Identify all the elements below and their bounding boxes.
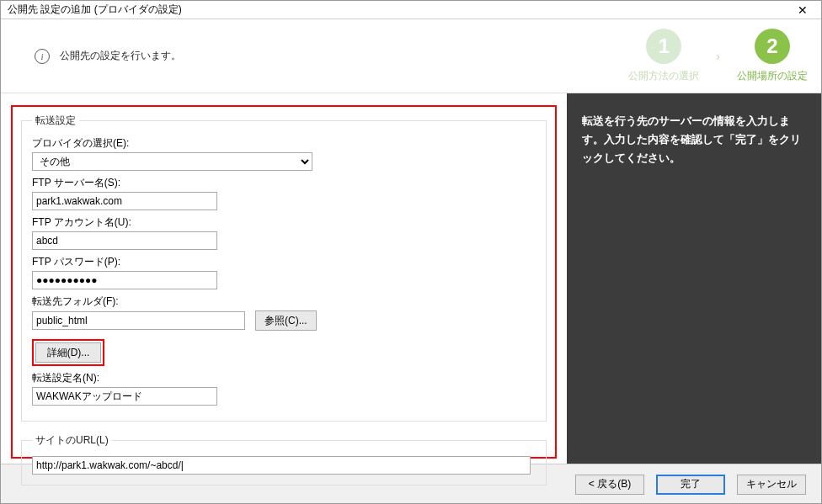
ftp-password-label: FTP パスワード(P): — [32, 255, 536, 269]
body-area: 転送設定 プロバイダの選択(E): その他 FTP サーバー名(S): FTP … — [1, 93, 821, 464]
cancel-button[interactable]: キャンセル — [737, 475, 806, 495]
help-text: 転送を行う先のサーバーの情報を入力します。入力した内容を確認して「完了」をクリッ… — [582, 112, 806, 167]
info-icon: i — [35, 49, 50, 64]
provider-label: プロバイダの選択(E): — [32, 136, 536, 151]
step-1-label: 公開方法の選択 — [628, 69, 699, 83]
transfer-settings-group: 転送設定 プロバイダの選択(E): その他 FTP サーバー名(S): FTP … — [21, 114, 547, 422]
ftp-password-input[interactable] — [32, 271, 217, 289]
ftp-account-label: FTP アカウント名(U): — [32, 215, 536, 230]
step-2: 2 公開場所の設定 — [737, 29, 808, 83]
header-text: 公開先の設定を行います。 — [60, 49, 181, 63]
wizard-steps: 1 公開方法の選択 › 2 公開場所の設定 — [628, 29, 808, 83]
ftp-server-label: FTP サーバー名(S): — [32, 176, 536, 190]
help-sidebar: 転送を行う先のサーバーの情報を入力します。入力した内容を確認して「完了」をクリッ… — [567, 93, 821, 464]
detail-button[interactable]: 詳細(D)... — [35, 342, 101, 363]
setting-name-label: 転送設定名(N): — [32, 371, 536, 385]
browse-button[interactable]: 参照(C)... — [255, 310, 317, 331]
site-url-input[interactable] — [32, 456, 531, 475]
folder-label: 転送先フォルダ(F): — [32, 294, 536, 309]
detail-highlight: 詳細(D)... — [32, 339, 104, 366]
step-1-number: 1 — [646, 29, 681, 64]
step-2-number: 2 — [755, 29, 790, 64]
folder-input[interactable] — [32, 311, 245, 330]
transfer-settings-legend: 転送設定 — [32, 114, 79, 128]
site-url-group: サイトのURL(L) — [21, 433, 547, 485]
back-button[interactable]: < 戻る(B) — [575, 475, 644, 495]
highlighted-region: 転送設定 プロバイダの選択(E): その他 FTP サーバー名(S): FTP … — [11, 105, 557, 459]
left-pane: 転送設定 プロバイダの選択(E): その他 FTP サーバー名(S): FTP … — [1, 93, 567, 464]
provider-select[interactable]: その他 — [32, 152, 312, 171]
site-url-legend: サイトのURL(L) — [32, 433, 112, 448]
close-icon[interactable]: ✕ — [786, 2, 819, 19]
titlebar: 公開先 設定の追加 (プロバイダの設定) ✕ — [1, 1, 821, 19]
ftp-server-input[interactable] — [32, 192, 217, 210]
finish-button[interactable]: 完了 — [656, 475, 725, 495]
chevron-right-icon: › — [716, 50, 720, 63]
ftp-account-input[interactable] — [32, 231, 217, 250]
setting-name-input[interactable] — [32, 387, 217, 406]
header: i 公開先の設定を行います。 1 公開方法の選択 › 2 公開場所の設定 — [1, 19, 821, 93]
step-1: 1 公開方法の選択 — [628, 29, 699, 83]
window-title: 公開先 設定の追加 (プロバイダの設定) — [8, 3, 182, 17]
step-2-label: 公開場所の設定 — [737, 69, 808, 83]
header-left: i 公開先の設定を行います。 — [35, 49, 181, 64]
